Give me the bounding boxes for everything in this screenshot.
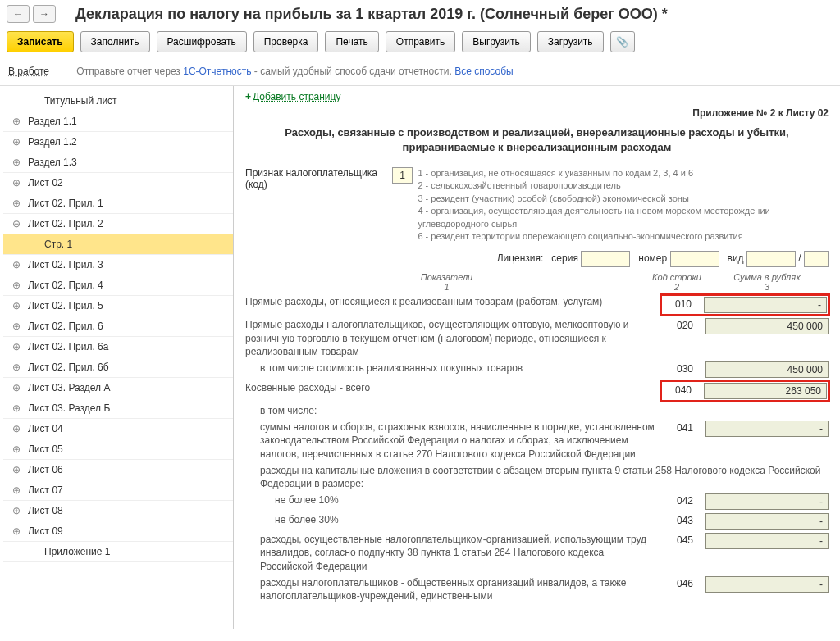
plus-icon: +: [245, 91, 251, 102]
expand-icon[interactable]: [11, 280, 21, 290]
tree-item-list-02-app-3[interactable]: Лист 02. Прил. 3: [3, 255, 233, 275]
expand-icon[interactable]: [11, 342, 21, 352]
tree-item-list-02-app-2[interactable]: Лист 02. Прил. 2: [3, 214, 233, 234]
expand-icon[interactable]: [11, 465, 21, 475]
line-030-code: 030: [664, 361, 705, 375]
page-title: Декларация по налогу на прибыль за 1 ква…: [75, 6, 668, 23]
tree-item-list-02[interactable]: Лист 02: [3, 173, 233, 193]
fill-button[interactable]: Заполнить: [80, 31, 150, 52]
expand-icon[interactable]: [11, 424, 21, 434]
taxpayer-code-input[interactable]: 1: [392, 167, 413, 184]
collapse-icon[interactable]: [11, 219, 21, 229]
tree-item-list-09[interactable]: Лист 09: [3, 521, 233, 542]
line-042-code: 042: [664, 493, 705, 507]
line-043-sum-input[interactable]: -: [705, 513, 829, 530]
line-041-sum-input[interactable]: -: [705, 421, 829, 437]
forward-button[interactable]: →: [33, 5, 56, 23]
tree-item-list-04[interactable]: Лист 04: [3, 419, 233, 439]
license-series-input[interactable]: [581, 251, 630, 267]
sections-tree: Титульный лист Раздел 1.1 Раздел 1.2 Раз…: [0, 86, 234, 629]
expand-icon[interactable]: [11, 506, 21, 516]
highlight-040: 040 263 050: [661, 381, 829, 401]
tree-item-list-05[interactable]: Лист 05: [3, 439, 233, 460]
tree-item-list-03-section-b[interactable]: Лист 03. Раздел Б: [3, 398, 233, 419]
taxpayer-type-row: Признак налогоплательщика (код) 1 1 - ор…: [245, 167, 829, 243]
license-subtype-input[interactable]: [804, 251, 829, 267]
record-button[interactable]: Записать: [7, 31, 74, 52]
import-button[interactable]: Загрузить: [537, 31, 604, 52]
tree-item-section-1-1[interactable]: Раздел 1.1: [3, 111, 233, 132]
tree-item-section-1-2[interactable]: Раздел 1.2: [3, 132, 233, 152]
tree-bullet-icon: [28, 547, 38, 557]
send-button[interactable]: Отправить: [386, 31, 456, 52]
expand-icon[interactable]: [11, 301, 21, 311]
line-046-code: 046: [664, 576, 705, 589]
top-nav: ← → Декларация по налогу на прибыль за 1…: [0, 0, 840, 28]
expand-icon[interactable]: [11, 485, 21, 495]
expand-icon[interactable]: [11, 444, 21, 454]
status-bar: В работе Отправьте отчет через 1С-Отчетн…: [0, 61, 840, 86]
line-046-sum-input[interactable]: -: [705, 576, 829, 593]
tree-item-list-02-app-5[interactable]: Лист 02. Прил. 5: [3, 296, 233, 316]
expand-icon[interactable]: [11, 526, 21, 536]
appendix-title: Приложение № 2 к Листу 02: [245, 107, 829, 119]
line-045: расходы, осуществленные налогоплательщик…: [245, 533, 829, 573]
expand-icon[interactable]: [11, 178, 21, 188]
expand-icon[interactable]: [11, 116, 21, 126]
columns-header: Показатели1 Код строки2 Сумма в рублях3: [245, 272, 829, 292]
1c-reporting-link[interactable]: 1С-Отчетность: [183, 66, 251, 77]
line-010-sum-input[interactable]: -: [704, 297, 827, 313]
expand-icon[interactable]: [11, 383, 21, 393]
tree-item-page-1[interactable]: Стр. 1: [3, 234, 233, 255]
section-heading: Расходы, связанные с производством и реа…: [245, 125, 829, 154]
line-040-code: 040: [663, 383, 704, 399]
tree-item-list-07[interactable]: Лист 07: [3, 480, 233, 501]
line-020: Прямые расходы налогоплательщиков, осуще…: [245, 318, 829, 358]
tree-item-list-02-app-6b[interactable]: Лист 02. Прил. 6б: [3, 357, 233, 378]
all-ways-link[interactable]: Все способы: [454, 66, 514, 77]
paperclip-icon: 📎: [616, 36, 628, 48]
tree-item-list-03-section-a[interactable]: Лист 03. Раздел А: [3, 378, 233, 398]
license-number-input[interactable]: [670, 251, 719, 267]
form-panel: +Добавить страницу Приложение № 2 к Лист…: [234, 86, 840, 629]
line-042-sum-input[interactable]: -: [705, 493, 829, 510]
expand-icon[interactable]: [11, 260, 21, 270]
line-046: расходы налогоплательщиков - общественны…: [245, 576, 829, 602]
expand-icon[interactable]: [11, 157, 21, 167]
attachments-button[interactable]: 📎: [610, 31, 635, 52]
tree-item-title-page[interactable]: Титульный лист: [3, 91, 233, 111]
back-button[interactable]: ←: [7, 5, 30, 23]
add-page-link[interactable]: Добавить страницу: [253, 91, 340, 102]
tree-item-list-02-app-6a[interactable]: Лист 02. Прил. 6а: [3, 337, 233, 357]
print-button[interactable]: Печать: [325, 31, 378, 52]
line-043-code: 043: [664, 513, 705, 526]
expand-icon[interactable]: [11, 137, 21, 147]
export-button[interactable]: Выгрузить: [462, 31, 531, 52]
expand-icon[interactable]: [11, 403, 21, 413]
toolbar: Записать Заполнить Расшифровать Проверка…: [0, 28, 840, 61]
line-030-sum-input[interactable]: 450 000: [705, 361, 829, 378]
tree-item-list-02-app-1[interactable]: Лист 02. Прил. 1: [3, 193, 233, 214]
tree-item-list-02-app-4[interactable]: Лист 02. Прил. 4: [3, 275, 233, 296]
license-row: Лицензия: серия номер вид /: [245, 251, 829, 267]
line-041: суммы налогов и сборов, страховых взносо…: [245, 421, 829, 461]
expand-icon[interactable]: [11, 362, 21, 372]
check-button[interactable]: Проверка: [253, 31, 319, 52]
license-type-input[interactable]: [746, 251, 796, 267]
highlight-010: 010 -: [661, 295, 829, 315]
line-040-sum-input[interactable]: 263 050: [704, 383, 827, 399]
expand-icon[interactable]: [11, 321, 21, 331]
line-020-sum-input[interactable]: 450 000: [705, 318, 829, 334]
tree-item-list-02-app-6[interactable]: Лист 02. Прил. 6: [3, 316, 233, 337]
tree-item-appendix-1[interactable]: Приложение 1: [3, 542, 233, 562]
tree-item-list-06[interactable]: Лист 06: [3, 460, 233, 480]
tree-item-list-08[interactable]: Лист 08: [3, 501, 233, 521]
tree-item-section-1-3[interactable]: Раздел 1.3: [3, 152, 233, 173]
line-045-sum-input[interactable]: -: [705, 533, 829, 549]
status-text: Отправьте отчет через: [76, 66, 183, 77]
expand-icon[interactable]: [11, 198, 21, 208]
capex-label: расходы на капитальные вложения в соотве…: [245, 464, 829, 490]
status-link[interactable]: В работе: [8, 66, 49, 77]
decode-button[interactable]: Расшифровать: [157, 31, 247, 52]
line-045-code: 045: [664, 533, 705, 546]
